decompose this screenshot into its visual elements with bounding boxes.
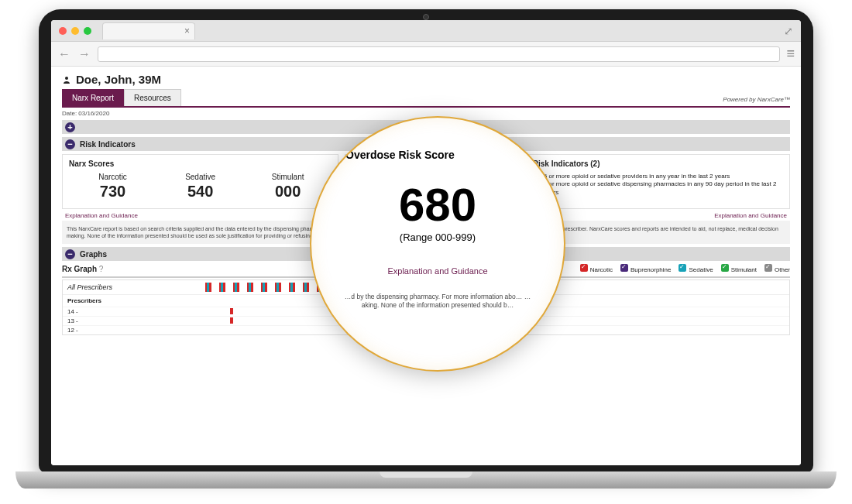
window-controls bbox=[51, 27, 91, 35]
laptop-notch bbox=[380, 471, 472, 478]
magnifier-disclaimer: …d by the dispensing pharmacy. For more … bbox=[332, 293, 544, 310]
patient-header: Doe, John, 39M bbox=[62, 73, 790, 86]
risk-indicator-item: 4 or more opioid or sedative dispensing … bbox=[544, 180, 783, 197]
rx-graph-title: Rx Graph ? bbox=[62, 265, 103, 273]
browser-toolbar: ← → ≡ bbox=[51, 42, 801, 67]
guidance-link[interactable]: Explanation and Guidance bbox=[65, 212, 138, 219]
rx-legend: Narcotic Buprenorphine Sedative Stimulan… bbox=[580, 264, 790, 273]
risk-indicators-card: Risk Indicators (2) 5 or more opioid or … bbox=[526, 154, 790, 209]
report-tabs: Narx Report Resources Powered by NarxCar… bbox=[62, 89, 790, 108]
back-button[interactable]: ← bbox=[57, 47, 71, 61]
address-bar[interactable] bbox=[98, 46, 780, 62]
narx-scores-card: Narx Scores Narcotic 730 Sedative 540 St… bbox=[62, 154, 338, 209]
minimize-window-icon[interactable] bbox=[71, 27, 79, 35]
close-window-icon[interactable] bbox=[59, 27, 67, 35]
sedative-score: Sedative 540 bbox=[156, 173, 244, 201]
webcam-dot bbox=[423, 14, 429, 20]
risk-indicator-item: 5 or more opioid or sedative providers i… bbox=[544, 173, 783, 180]
tab-narx-report[interactable]: Narx Report bbox=[62, 89, 124, 106]
magnifier-title: Overdose Risk Score bbox=[345, 149, 455, 161]
legend-other[interactable]: Other bbox=[764, 264, 790, 273]
collapse-icon[interactable]: − bbox=[65, 139, 75, 149]
tab-close-icon[interactable]: × bbox=[184, 26, 190, 36]
legend-stimulant[interactable]: Stimulant bbox=[721, 264, 757, 273]
maximize-window-icon[interactable] bbox=[84, 27, 91, 35]
legend-sedative[interactable]: Sedative bbox=[679, 264, 713, 273]
svg-point-0 bbox=[65, 77, 68, 80]
browser-tabbar: × ⤢ bbox=[51, 20, 801, 42]
browser-tab[interactable]: × bbox=[102, 22, 195, 39]
laptop-base bbox=[15, 471, 837, 489]
menu-icon[interactable]: ≡ bbox=[786, 46, 795, 62]
expand-all-icon[interactable]: + bbox=[65, 122, 75, 132]
guidance-link[interactable]: Explanation and Guidance bbox=[714, 212, 787, 219]
narcotic-score: Narcotic 730 bbox=[69, 173, 156, 201]
powered-by-label: Powered by NarxCare™ bbox=[723, 96, 790, 103]
patient-name: Doe, John, 39M bbox=[76, 73, 161, 86]
magnifier-guidance-link[interactable]: Explanation and Guidance bbox=[387, 266, 487, 276]
card-title: Narx Scores bbox=[69, 159, 332, 168]
magnifier-callout: Overdose Risk Score 680 (Range 000-999) … bbox=[310, 116, 565, 372]
magnifier-score: 680 bbox=[399, 178, 476, 231]
collapse-icon[interactable]: − bbox=[65, 249, 75, 259]
section-title: Graphs bbox=[80, 250, 107, 259]
help-icon[interactable]: ? bbox=[99, 265, 104, 273]
tab-resources[interactable]: Resources bbox=[124, 89, 181, 106]
section-title: Risk Indicators bbox=[80, 140, 136, 149]
magnifier-range: (Range 000-999) bbox=[400, 231, 476, 243]
legend-narcotic[interactable]: Narcotic bbox=[580, 264, 613, 273]
legend-buprenorphine[interactable]: Buprenorphine bbox=[620, 264, 671, 273]
person-icon bbox=[62, 75, 71, 84]
fullscreen-icon[interactable]: ⤢ bbox=[784, 25, 793, 37]
forward-button[interactable]: → bbox=[77, 47, 91, 61]
card-title: Risk Indicators (2) bbox=[533, 159, 783, 168]
